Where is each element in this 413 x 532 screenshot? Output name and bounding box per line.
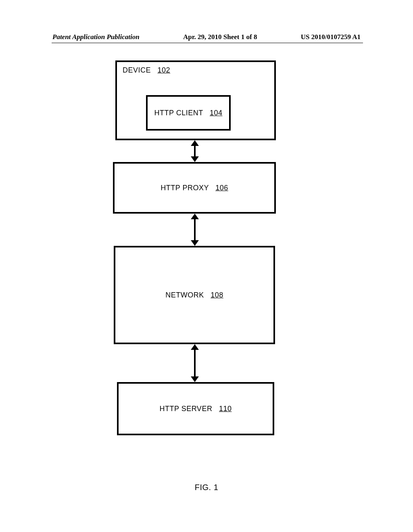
arrow-proxy-network (194, 218, 196, 241)
http-server-refnum: 110 (219, 405, 232, 413)
http-client-text: HTTP CLIENT (154, 109, 203, 117)
header-center: Apr. 29, 2010 Sheet 1 of 8 (183, 33, 257, 41)
figure-caption: FIG. 1 (0, 483, 413, 492)
arrow-device-proxy (194, 145, 196, 157)
http-proxy-box: HTTP PROXY 106 (113, 162, 276, 214)
http-server-text: HTTP SERVER (160, 405, 213, 413)
http-proxy-text: HTTP PROXY (161, 184, 209, 192)
header-rule (52, 43, 363, 43)
arrow-network-server (194, 349, 196, 377)
http-client-box: HTTP CLIENT 104 (146, 95, 231, 131)
network-label: NETWORK 108 (165, 291, 223, 299)
http-server-box: HTTP SERVER 110 (117, 382, 274, 435)
network-box: NETWORK 108 (114, 246, 275, 344)
header-right: US 2010/0107259 A1 (301, 33, 361, 41)
http-proxy-refnum: 106 (215, 184, 228, 192)
http-client-label: HTTP CLIENT 104 (154, 109, 223, 117)
http-client-refnum: 104 (210, 109, 223, 117)
header-left: Patent Application Publication (52, 33, 140, 41)
device-refnum: 102 (158, 66, 171, 74)
device-text: DEVICE (123, 66, 151, 74)
network-refnum: 108 (211, 291, 223, 299)
page-header: Patent Application Publication Apr. 29, … (0, 33, 413, 41)
network-text: NETWORK (165, 291, 204, 299)
http-proxy-label: HTTP PROXY 106 (161, 184, 228, 192)
device-box: DEVICE 102 HTTP CLIENT 104 (115, 60, 276, 140)
http-server-label: HTTP SERVER 110 (160, 405, 232, 413)
device-label: DEVICE 102 (123, 66, 170, 75)
